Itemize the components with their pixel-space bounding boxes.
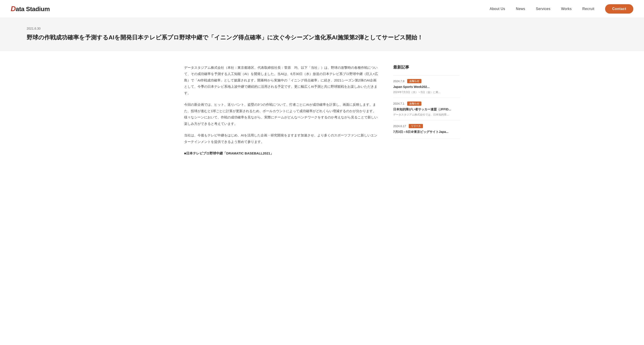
article-hero: 2021.6.30 野球の作戦成功確率を予測するAIを開発日本テレビ系プロ野球中… xyxy=(0,18,644,51)
news-date: 2024.7.1 xyxy=(393,102,404,105)
sidebar-title: 最新記事 xyxy=(393,65,460,70)
article-paragraph-2: 今回の新企画では、ヒット、送りバント、盗塁の3つの作戦について、打者ごとにAIが… xyxy=(184,102,380,127)
news-item-header: 2024.6.17 リリース xyxy=(393,124,460,128)
news-item-excerpt: 2024年7月3日（水）～5日（金）に東... xyxy=(393,90,460,94)
news-date: 2024.7.8 xyxy=(393,80,404,83)
site-header: Data Stadium About Us News Services Work… xyxy=(0,0,644,18)
article-content: データスタジアム株式会社（本社：東京都港区、代表取締役社長：菅原 均、以下「当社… xyxy=(184,65,380,159)
news-badge: お知らせ xyxy=(407,79,422,83)
nav-services[interactable]: Services xyxy=(536,7,550,11)
news-item-header: 2024.7.1 お知らせ xyxy=(393,102,460,106)
logo-d-letter: D xyxy=(11,5,16,13)
nav-works[interactable]: Works xyxy=(561,7,572,11)
main-nav: About Us News Services Works Recruit Con… xyxy=(490,4,633,14)
news-date: 2024.6.17 xyxy=(393,124,406,128)
news-badge: リリース xyxy=(409,124,423,128)
news-item-header: 2024.7.8 お知らせ xyxy=(393,79,460,83)
article-section-heading: ■日本テレビプロ野球中継「DRAMATIC BASEBALL2021」 xyxy=(184,150,380,157)
nav-recruit[interactable]: Recruit xyxy=(582,7,594,11)
nav-news[interactable]: News xyxy=(516,7,525,11)
article-title: 野球の作戦成功確率を予測するAIを開発日本テレビ系プロ野球中継で「イニング得点確… xyxy=(27,33,617,42)
sidebar: 最新記事 2024.7.8 お知らせ Japan Sports Week202.… xyxy=(393,65,460,159)
main-container: データスタジアム株式会社（本社：東京都港区、代表取締役社長：菅原 均、以下「当社… xyxy=(166,51,478,173)
article-paragraph-3: 当社は、今後もテレビ中継をはじめ、AIを活用した企画・研究開発をますます加速させ… xyxy=(184,132,380,145)
news-item-excerpt: データスタジアム株式会社では、日本知的障... xyxy=(393,113,460,117)
nav-about[interactable]: About Us xyxy=(490,7,505,11)
news-item[interactable]: 2024.7.8 お知らせ Japan Sports Week202... 20… xyxy=(393,75,460,98)
article-date: 2021.6.30 xyxy=(27,27,617,30)
news-badge: お知らせ xyxy=(407,102,422,106)
news-item[interactable]: 2024.7.1 お知らせ 日本知的障がい者サッカー連盟（JFFID... デー… xyxy=(393,98,460,120)
contact-button[interactable]: Contact xyxy=(605,4,633,14)
news-item[interactable]: 2024.6.17 リリース 7月3日～5日＠東京ビッグサイトJapa... xyxy=(393,120,460,139)
news-item-title: 日本知的障がい者サッカー連盟（JFFID... xyxy=(393,107,460,112)
article-body: データスタジアム株式会社（本社：東京都港区、代表取締役社長：菅原 均、以下「当社… xyxy=(184,65,380,157)
news-item-title: Japan Sports Week202... xyxy=(393,85,460,89)
logo-link[interactable]: Data Stadium xyxy=(11,5,50,13)
news-item-title: 7月3日～5日＠東京ビッグサイトJapa... xyxy=(393,130,460,134)
article-paragraph-1: データスタジアム株式会社（本社：東京都港区、代表取締役社長：菅原 均、以下「当社… xyxy=(184,65,380,96)
logo-text: Data Stadium xyxy=(11,5,50,13)
